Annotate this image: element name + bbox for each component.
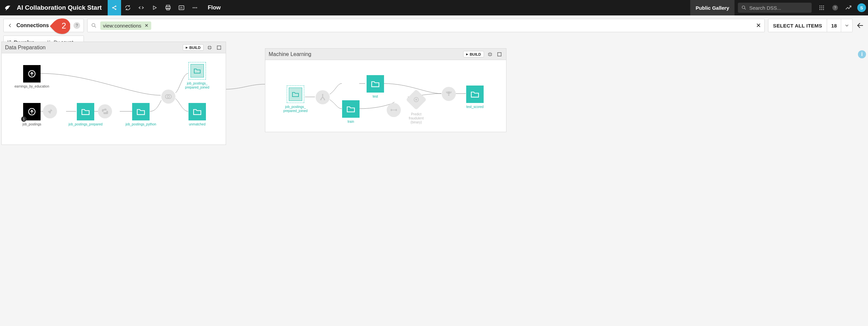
model-predict[interactable]: Predict fraudulent (binary) (406, 92, 426, 124)
collapse-icon[interactable] (206, 45, 213, 50)
dataset-ml-input[interactable]: job_postings_ prepared_joined (277, 86, 314, 113)
maximize-icon[interactable] (496, 52, 503, 57)
section-flow-label[interactable]: Flow (208, 4, 221, 11)
code-icon[interactable] (134, 0, 148, 16)
zone-title: Machine Learning (269, 51, 311, 57)
dataset-test-scored[interactable]: test_scored (457, 86, 493, 109)
svg-point-14 (819, 7, 820, 8)
svg-point-15 (822, 7, 823, 8)
upload-icon (28, 69, 36, 78)
build-button[interactable]: ▸ BUILD (463, 51, 484, 57)
circle-arrows-icon[interactable] (121, 0, 134, 16)
select-all-dropdown[interactable] (841, 19, 852, 32)
connections-label: Connections (17, 23, 49, 29)
connections-pill[interactable]: Connections 2 ? (3, 19, 84, 32)
svg-point-16 (823, 7, 824, 8)
callout-number: 2 (62, 21, 66, 31)
svg-rect-23 (217, 46, 221, 49)
svg-point-36 (415, 99, 417, 100)
dumbbell-icon (390, 106, 398, 114)
svg-point-13 (823, 5, 824, 6)
zone-machine-learning[interactable]: Machine Learning ▸ BUILD job_postings_ p… (265, 48, 506, 132)
split-icon (319, 94, 326, 101)
folder-icon (136, 108, 145, 115)
dataset-earnings[interactable]: earnings_by_education (13, 65, 50, 89)
svg-point-31 (324, 99, 326, 100)
dataset-unmatched[interactable]: unmatched (179, 103, 216, 126)
python-icon (101, 108, 108, 115)
maximize-icon[interactable] (216, 45, 222, 50)
toolbar-row: Connections 2 ? view:connections ✕ ✕ SEL… (0, 16, 868, 35)
upload-icon (28, 107, 36, 116)
dataset-postings-python[interactable]: job_postings_python (122, 103, 159, 126)
chevron-left-icon (7, 23, 13, 28)
svg-point-17 (819, 9, 820, 10)
collapse-icon[interactable] (487, 52, 493, 57)
clear-search-icon[interactable]: ✕ (756, 22, 761, 29)
select-all-label: SELECT ALL ITEMS (768, 19, 827, 32)
select-all-button[interactable]: SELECT ALL ITEMS 18 (768, 19, 852, 32)
folder-icon (346, 105, 355, 113)
folder-icon (193, 108, 202, 115)
play-icon[interactable] (148, 0, 161, 16)
build-button[interactable]: ▸ BUILD (183, 44, 204, 51)
svg-point-22 (92, 24, 95, 27)
zone-title: Data Preparation (5, 45, 45, 51)
dashboard-icon[interactable] (175, 0, 188, 16)
recipe-join[interactable] (161, 90, 176, 103)
chip-remove-icon[interactable]: ✕ (145, 23, 149, 28)
callout-bubble: 2 (50, 19, 70, 34)
search-chip-label: view:connections (103, 23, 141, 29)
target-icon (413, 96, 420, 103)
search-chip[interactable]: view:connections ✕ (100, 22, 151, 30)
recipe-python[interactable] (97, 104, 113, 118)
global-search-input[interactable]: Search DSS... (738, 3, 812, 13)
trend-icon[interactable] (843, 2, 854, 13)
share-icon[interactable] (108, 0, 121, 16)
svg-point-7 (193, 7, 194, 8)
project-title[interactable]: AI Collaboration Quick Start (17, 4, 102, 11)
help-icon[interactable]: ? (830, 2, 840, 13)
flow-search-bar[interactable]: view:connections ✕ ✕ (87, 19, 765, 32)
logo-bird-icon[interactable] (3, 3, 12, 12)
apps-grid-icon[interactable] (816, 2, 827, 13)
svg-rect-32 (391, 109, 392, 111)
svg-rect-28 (498, 52, 501, 56)
public-gallery-button[interactable]: Public Gallery (690, 0, 735, 16)
folder-icon (193, 68, 201, 74)
svg-rect-34 (392, 110, 396, 110)
help-badge-icon[interactable]: ? (73, 22, 80, 29)
search-icon (741, 5, 747, 10)
dataset-test[interactable]: test (357, 75, 394, 98)
dataset-joined[interactable]: job_postings_ prepared_joined (179, 62, 216, 90)
top-bar: AI Collaboration Quick Start Flow Public… (0, 0, 868, 16)
svg-point-18 (822, 9, 823, 10)
more-icon[interactable] (188, 0, 202, 16)
folder-icon (81, 108, 90, 115)
recipe-train[interactable] (386, 103, 401, 117)
zone-header: Data Preparation ▸ BUILD (2, 42, 226, 53)
recipe-prepare[interactable] (42, 104, 58, 118)
dataset-train[interactable]: train (332, 100, 369, 124)
back-arrow-icon[interactable] (856, 22, 865, 30)
discussion-badge[interactable]: 1 (21, 116, 27, 122)
recipe-split[interactable] (315, 90, 330, 104)
chevron-down-icon (844, 23, 849, 28)
print-icon[interactable] (161, 0, 175, 16)
flow-canvas[interactable]: Data Preparation ▸ BUILD earnings_by_edu… (0, 35, 868, 224)
svg-point-9 (196, 7, 197, 8)
svg-point-8 (194, 7, 195, 8)
user-avatar[interactable]: S (857, 3, 866, 12)
svg-point-19 (823, 9, 824, 10)
select-all-count: 18 (827, 19, 841, 32)
folder-icon (470, 91, 479, 98)
recipe-score[interactable] (441, 87, 457, 101)
join-icon (164, 93, 173, 100)
svg-point-10 (742, 6, 745, 9)
svg-point-29 (322, 94, 323, 95)
svg-point-11 (819, 5, 820, 6)
svg-rect-5 (167, 8, 169, 10)
global-search-placeholder: Search DSS... (749, 5, 781, 11)
trophy-icon (445, 90, 453, 98)
zone-data-preparation[interactable]: Data Preparation ▸ BUILD earnings_by_edu… (1, 41, 226, 145)
